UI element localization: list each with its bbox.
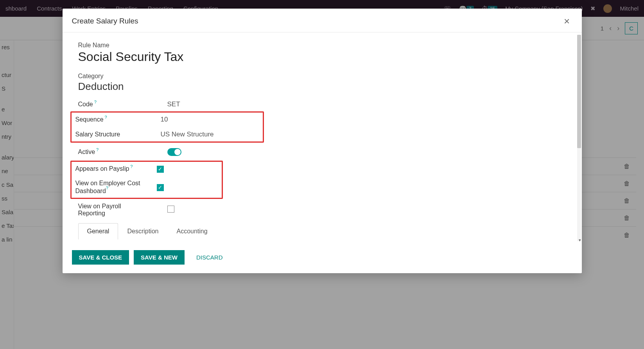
tab-description[interactable]: Description (118, 223, 167, 240)
modal-overlay: Create Salary Rules × ▴ ▾ Rule Name Soci… (0, 0, 644, 349)
tab-bar: General Description Accounting (78, 223, 566, 240)
modal-body: Rule Name Social Security Tax Category D… (63, 32, 582, 243)
payroll-reporting-label: View on Payroll Reporting (78, 203, 167, 217)
tab-accounting[interactable]: Accounting (167, 223, 216, 240)
modal-footer: SAVE & CLOSE SAVE & NEW DISCARD (63, 243, 582, 273)
save-new-button[interactable]: SAVE & NEW (134, 250, 185, 265)
active-label: Active? (78, 149, 167, 156)
category-value[interactable]: Deduction (78, 81, 566, 93)
help-icon[interactable]: ? (130, 164, 133, 169)
scrollbar-thumb[interactable] (577, 35, 581, 148)
modal-title: Create Salary Rules (72, 17, 138, 25)
salary-structure-label: Salary Structure (75, 131, 161, 138)
employer-cost-checkbox[interactable] (157, 184, 164, 191)
discard-button[interactable]: DISCARD (189, 250, 230, 265)
rule-name-value[interactable]: Social Security Tax (78, 50, 566, 64)
highlight-box-sequence: Sequence? 10 Salary Structure US New Str… (70, 111, 264, 143)
help-icon[interactable]: ? (106, 186, 108, 190)
sequence-value[interactable]: 10 (161, 116, 259, 123)
save-close-button[interactable]: SAVE & CLOSE (72, 250, 129, 265)
highlight-box-visibility: Appears on Payslip? View on Employer Cos… (70, 161, 223, 199)
payroll-reporting-checkbox[interactable] (167, 206, 174, 213)
sequence-label: Sequence? (75, 116, 161, 123)
appears-on-payslip-label: Appears on Payslip? (75, 165, 157, 172)
help-icon[interactable]: ? (96, 147, 99, 152)
modal-dialog: Create Salary Rules × ▴ ▾ Rule Name Soci… (63, 9, 582, 273)
code-label: Code? (78, 101, 167, 108)
salary-structure-value[interactable]: US New Structure (161, 131, 259, 138)
code-value[interactable]: SET (167, 100, 566, 108)
help-icon[interactable]: ? (105, 115, 107, 120)
help-icon[interactable]: ? (94, 100, 97, 104)
appears-on-payslip-checkbox[interactable] (157, 166, 164, 173)
modal-header: Create Salary Rules × (63, 9, 582, 32)
active-toggle[interactable] (167, 148, 181, 156)
rule-name-label: Rule Name (78, 42, 566, 49)
category-label: Category (78, 73, 566, 80)
tab-general[interactable]: General (78, 223, 118, 240)
employer-cost-label: View on Employer Cost Dashboard? (75, 180, 157, 195)
close-icon[interactable]: × (561, 16, 572, 27)
scroll-down-icon[interactable]: ▾ (579, 238, 581, 243)
